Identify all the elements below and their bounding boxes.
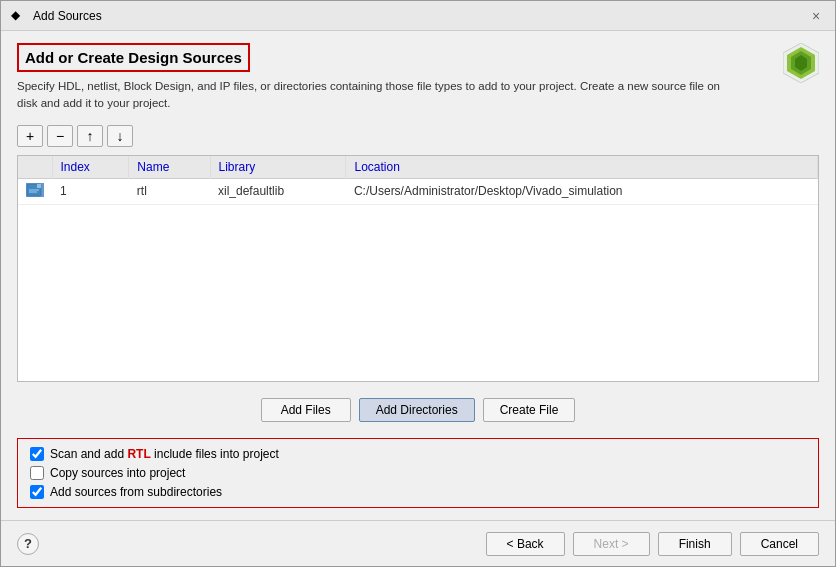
remove-icon: − bbox=[56, 128, 64, 144]
footer-buttons: < Back Next > Finish Cancel bbox=[486, 532, 819, 556]
svg-marker-6 bbox=[37, 184, 41, 188]
add-subdirs-label: Add sources from subdirectories bbox=[50, 485, 222, 499]
create-file-button[interactable]: Create File bbox=[483, 398, 576, 422]
next-button[interactable]: Next > bbox=[573, 532, 650, 556]
title-bar-text: Add Sources bbox=[33, 9, 102, 23]
dialog-footer: ? < Back Next > Finish Cancel bbox=[1, 520, 835, 566]
scan-rtl-label: Scan and add RTL include files into proj… bbox=[50, 447, 279, 461]
back-button[interactable]: < Back bbox=[486, 532, 565, 556]
add-files-button[interactable]: Add Files bbox=[261, 398, 351, 422]
remove-file-toolbar-btn[interactable]: − bbox=[47, 125, 73, 147]
app-icon: ◆ bbox=[11, 8, 27, 24]
table-row[interactable]: 1 rtl xil_defaultlib C:/Users/Administra… bbox=[18, 178, 818, 204]
add-subdirs-row[interactable]: Add sources from subdirectories bbox=[30, 485, 806, 499]
section-title: Add or Create Design Sources bbox=[17, 43, 250, 72]
action-buttons-row: Add Files Add Directories Create File bbox=[17, 390, 819, 430]
row-icon-cell bbox=[18, 178, 52, 204]
down-icon: ↓ bbox=[117, 128, 124, 144]
up-icon: ↑ bbox=[87, 128, 94, 144]
header-left: Add or Create Design Sources Specify HDL… bbox=[17, 43, 720, 113]
description: Specify HDL, netlist, Block Design, and … bbox=[17, 78, 720, 113]
finish-button[interactable]: Finish bbox=[658, 532, 732, 556]
help-button[interactable]: ? bbox=[17, 533, 39, 555]
row-library: xil_defaultlib bbox=[210, 178, 346, 204]
col-icon bbox=[18, 156, 52, 179]
copy-sources-row[interactable]: Copy sources into project bbox=[30, 466, 806, 480]
description-text2: disk and add it to your project. bbox=[17, 97, 170, 109]
table-header-row: Index Name Library Location bbox=[18, 156, 818, 179]
logo-area bbox=[783, 43, 819, 86]
row-location: C:/Users/Administrator/Desktop/Vivado_si… bbox=[346, 178, 818, 204]
scan-rtl-checkbox[interactable] bbox=[30, 447, 44, 461]
add-directories-button[interactable]: Add Directories bbox=[359, 398, 475, 422]
header-row: Add or Create Design Sources Specify HDL… bbox=[17, 43, 819, 113]
description-text1: Specify HDL, netlist, Block Design, and … bbox=[17, 80, 720, 92]
row-index: 1 bbox=[52, 178, 129, 204]
scan-rtl-row[interactable]: Scan and add RTL include files into proj… bbox=[30, 447, 806, 461]
add-icon: + bbox=[26, 128, 34, 144]
copy-sources-label: Copy sources into project bbox=[50, 466, 185, 480]
sources-table: Index Name Library Location bbox=[18, 156, 818, 205]
add-subdirs-checkbox[interactable] bbox=[30, 485, 44, 499]
close-button[interactable]: × bbox=[807, 7, 825, 25]
cancel-button[interactable]: Cancel bbox=[740, 532, 819, 556]
row-name: rtl bbox=[129, 178, 210, 204]
file-type-icon bbox=[26, 183, 44, 197]
title-bar-left: ◆ Add Sources bbox=[11, 8, 102, 24]
options-checkboxes: Scan and add RTL include files into proj… bbox=[17, 438, 819, 508]
dialog-container: ◆ Add Sources × Add or Create Design Sou… bbox=[0, 0, 836, 567]
move-down-btn[interactable]: ↓ bbox=[107, 125, 133, 147]
col-name: Name bbox=[129, 156, 210, 179]
file-toolbar: + − ↑ ↓ bbox=[17, 125, 819, 147]
vivado-logo bbox=[783, 43, 819, 83]
col-location: Location bbox=[346, 156, 818, 179]
title-bar: ◆ Add Sources × bbox=[1, 1, 835, 31]
col-index: Index bbox=[52, 156, 129, 179]
dialog-content: Add or Create Design Sources Specify HDL… bbox=[1, 31, 835, 520]
move-up-btn[interactable]: ↑ bbox=[77, 125, 103, 147]
col-library: Library bbox=[210, 156, 346, 179]
copy-sources-checkbox[interactable] bbox=[30, 466, 44, 480]
add-file-toolbar-btn[interactable]: + bbox=[17, 125, 43, 147]
sources-table-container: Index Name Library Location bbox=[17, 155, 819, 383]
